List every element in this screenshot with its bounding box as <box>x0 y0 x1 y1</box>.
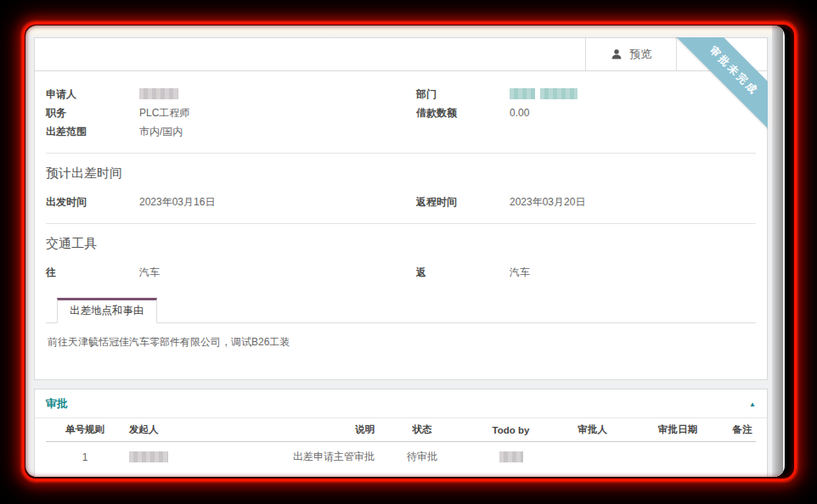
recording-border <box>22 22 797 481</box>
screenshot-stage: 预览 申请人 职务 PLC工程师 <box>0 0 817 504</box>
